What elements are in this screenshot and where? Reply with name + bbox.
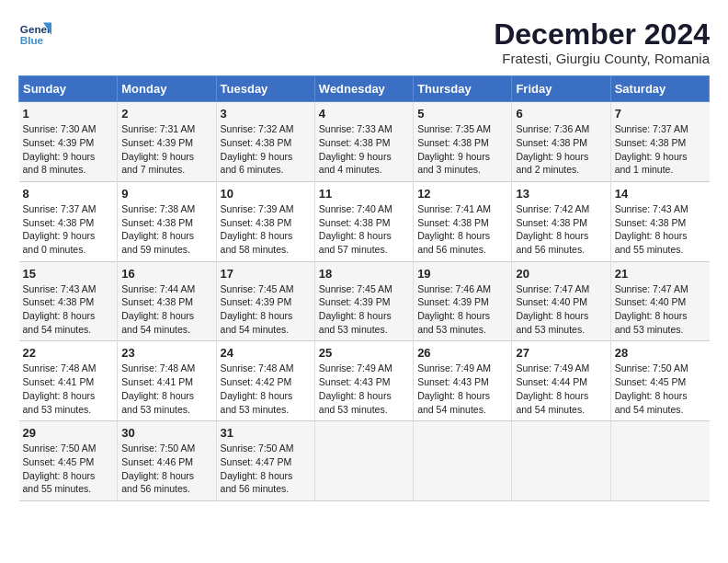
- day-info: Sunrise: 7:48 AMSunset: 4:41 PMDaylight:…: [121, 362, 211, 416]
- day-number: 27: [516, 346, 606, 360]
- calendar-table: SundayMondayTuesdayWednesdayThursdayFrid…: [18, 75, 710, 501]
- day-number: 13: [516, 187, 606, 201]
- day-info: Sunrise: 7:38 AMSunset: 4:38 PMDaylight:…: [121, 202, 211, 257]
- calendar-cell: [314, 421, 413, 501]
- subtitle: Fratesti, Giurgiu County, Romania: [494, 51, 710, 66]
- calendar-cell: 12Sunrise: 7:41 AMSunset: 4:38 PMDayligh…: [414, 181, 512, 261]
- calendar-cell: 9Sunrise: 7:38 AMSunset: 4:38 PMDaylight…: [118, 181, 216, 261]
- day-number: 1: [23, 107, 114, 121]
- weekday-header-saturday: Saturday: [610, 76, 709, 102]
- day-info: Sunrise: 7:35 AMSunset: 4:38 PMDaylight:…: [417, 122, 507, 177]
- day-info: Sunrise: 7:50 AMSunset: 4:46 PMDaylight:…: [121, 442, 211, 496]
- day-info: Sunrise: 7:44 AMSunset: 4:38 PMDaylight:…: [121, 282, 211, 337]
- calendar-cell: 17Sunrise: 7:45 AMSunset: 4:39 PMDayligh…: [216, 261, 314, 341]
- calendar-cell: 10Sunrise: 7:39 AMSunset: 4:38 PMDayligh…: [216, 181, 314, 261]
- day-info: Sunrise: 7:50 AMSunset: 4:47 PMDaylight:…: [221, 442, 311, 496]
- weekday-header-thursday: Thursday: [414, 76, 512, 102]
- calendar-cell: 5Sunrise: 7:35 AMSunset: 4:38 PMDaylight…: [414, 102, 512, 182]
- day-number: 25: [319, 346, 409, 360]
- day-number: 6: [516, 107, 606, 121]
- calendar-cell: 11Sunrise: 7:40 AMSunset: 4:38 PMDayligh…: [314, 181, 413, 261]
- calendar-cell: 24Sunrise: 7:48 AMSunset: 4:42 PMDayligh…: [216, 341, 314, 421]
- calendar-cell: 13Sunrise: 7:42 AMSunset: 4:38 PMDayligh…: [512, 181, 610, 261]
- day-number: 20: [516, 267, 606, 281]
- day-number: 16: [121, 267, 211, 281]
- weekday-header-friday: Friday: [512, 76, 610, 102]
- day-number: 19: [417, 267, 507, 281]
- day-info: Sunrise: 7:49 AMSunset: 4:43 PMDaylight:…: [417, 362, 507, 416]
- day-number: 15: [23, 267, 114, 281]
- calendar-cell: 31Sunrise: 7:50 AMSunset: 4:47 PMDayligh…: [216, 421, 314, 501]
- calendar-cell: 25Sunrise: 7:49 AMSunset: 4:43 PMDayligh…: [314, 341, 413, 421]
- calendar-cell: 7Sunrise: 7:37 AMSunset: 4:38 PMDaylight…: [610, 102, 709, 182]
- week-row-4: 22Sunrise: 7:48 AMSunset: 4:41 PMDayligh…: [19, 341, 710, 421]
- day-info: Sunrise: 7:47 AMSunset: 4:40 PMDaylight:…: [516, 282, 606, 337]
- day-number: 23: [121, 346, 211, 360]
- day-info: Sunrise: 7:50 AMSunset: 4:45 PMDaylight:…: [23, 442, 114, 496]
- page-header: General Blue December 2024 Fratesti, Giu…: [18, 18, 710, 66]
- day-number: 8: [23, 187, 114, 201]
- calendar-cell: 29Sunrise: 7:50 AMSunset: 4:45 PMDayligh…: [19, 421, 118, 501]
- day-number: 18: [319, 267, 409, 281]
- day-number: 7: [615, 107, 706, 121]
- calendar-cell: 4Sunrise: 7:33 AMSunset: 4:38 PMDaylight…: [314, 102, 413, 182]
- day-number: 4: [319, 107, 409, 121]
- day-info: Sunrise: 7:45 AMSunset: 4:39 PMDaylight:…: [319, 282, 409, 337]
- day-number: 31: [221, 426, 311, 440]
- day-number: 11: [319, 187, 409, 201]
- day-info: Sunrise: 7:49 AMSunset: 4:43 PMDaylight:…: [319, 362, 409, 416]
- week-row-3: 15Sunrise: 7:43 AMSunset: 4:38 PMDayligh…: [19, 261, 710, 341]
- day-info: Sunrise: 7:30 AMSunset: 4:39 PMDaylight:…: [23, 122, 114, 177]
- weekday-header-sunday: Sunday: [19, 76, 118, 102]
- calendar-cell: 2Sunrise: 7:31 AMSunset: 4:39 PMDaylight…: [118, 102, 216, 182]
- calendar-cell: 14Sunrise: 7:43 AMSunset: 4:38 PMDayligh…: [610, 181, 709, 261]
- calendar-cell: [414, 421, 512, 501]
- day-number: 24: [221, 346, 311, 360]
- calendar-cell: 30Sunrise: 7:50 AMSunset: 4:46 PMDayligh…: [118, 421, 216, 501]
- day-info: Sunrise: 7:37 AMSunset: 4:38 PMDaylight:…: [615, 122, 706, 177]
- day-number: 21: [615, 267, 706, 281]
- day-info: Sunrise: 7:39 AMSunset: 4:38 PMDaylight:…: [221, 202, 311, 257]
- day-number: 28: [615, 346, 706, 360]
- logo: General Blue: [18, 18, 51, 52]
- calendar-cell: 16Sunrise: 7:44 AMSunset: 4:38 PMDayligh…: [118, 261, 216, 341]
- week-row-1: 1Sunrise: 7:30 AMSunset: 4:39 PMDaylight…: [19, 102, 710, 182]
- weekday-header-wednesday: Wednesday: [314, 76, 413, 102]
- calendar-cell: 21Sunrise: 7:47 AMSunset: 4:40 PMDayligh…: [610, 261, 709, 341]
- calendar-cell: 19Sunrise: 7:46 AMSunset: 4:39 PMDayligh…: [414, 261, 512, 341]
- calendar-cell: 27Sunrise: 7:49 AMSunset: 4:44 PMDayligh…: [512, 341, 610, 421]
- calendar-cell: 1Sunrise: 7:30 AMSunset: 4:39 PMDaylight…: [19, 102, 118, 182]
- weekday-header-tuesday: Tuesday: [216, 76, 314, 102]
- day-info: Sunrise: 7:47 AMSunset: 4:40 PMDaylight:…: [615, 282, 706, 337]
- day-info: Sunrise: 7:31 AMSunset: 4:39 PMDaylight:…: [121, 122, 211, 177]
- calendar-cell: [512, 421, 610, 501]
- day-info: Sunrise: 7:46 AMSunset: 4:39 PMDaylight:…: [417, 282, 507, 337]
- day-info: Sunrise: 7:50 AMSunset: 4:45 PMDaylight:…: [615, 362, 706, 416]
- day-number: 10: [221, 187, 311, 201]
- day-info: Sunrise: 7:42 AMSunset: 4:38 PMDaylight:…: [516, 202, 606, 257]
- svg-text:Blue: Blue: [20, 34, 44, 46]
- calendar-cell: 28Sunrise: 7:50 AMSunset: 4:45 PMDayligh…: [610, 341, 709, 421]
- day-number: 17: [221, 267, 311, 281]
- calendar-cell: 18Sunrise: 7:45 AMSunset: 4:39 PMDayligh…: [314, 261, 413, 341]
- week-row-2: 8Sunrise: 7:37 AMSunset: 4:38 PMDaylight…: [19, 181, 710, 261]
- day-info: Sunrise: 7:43 AMSunset: 4:38 PMDaylight:…: [615, 202, 706, 257]
- main-title: December 2024: [494, 18, 710, 51]
- logo-icon: General Blue: [18, 18, 51, 52]
- calendar-cell: 23Sunrise: 7:48 AMSunset: 4:41 PMDayligh…: [118, 341, 216, 421]
- calendar-cell: [610, 421, 709, 501]
- day-number: 26: [417, 346, 507, 360]
- weekday-header-monday: Monday: [118, 76, 216, 102]
- day-number: 5: [417, 107, 507, 121]
- calendar-cell: 8Sunrise: 7:37 AMSunset: 4:38 PMDaylight…: [19, 181, 118, 261]
- day-info: Sunrise: 7:40 AMSunset: 4:38 PMDaylight:…: [319, 202, 409, 257]
- day-info: Sunrise: 7:41 AMSunset: 4:38 PMDaylight:…: [417, 202, 507, 257]
- calendar-cell: 3Sunrise: 7:32 AMSunset: 4:38 PMDaylight…: [216, 102, 314, 182]
- calendar-cell: 15Sunrise: 7:43 AMSunset: 4:38 PMDayligh…: [19, 261, 118, 341]
- calendar-cell: 22Sunrise: 7:48 AMSunset: 4:41 PMDayligh…: [19, 341, 118, 421]
- day-info: Sunrise: 7:48 AMSunset: 4:42 PMDaylight:…: [221, 362, 311, 416]
- week-row-5: 29Sunrise: 7:50 AMSunset: 4:45 PMDayligh…: [19, 421, 710, 501]
- calendar-cell: 6Sunrise: 7:36 AMSunset: 4:38 PMDaylight…: [512, 102, 610, 182]
- day-number: 9: [121, 187, 211, 201]
- title-block: December 2024 Fratesti, Giurgiu County, …: [494, 18, 710, 66]
